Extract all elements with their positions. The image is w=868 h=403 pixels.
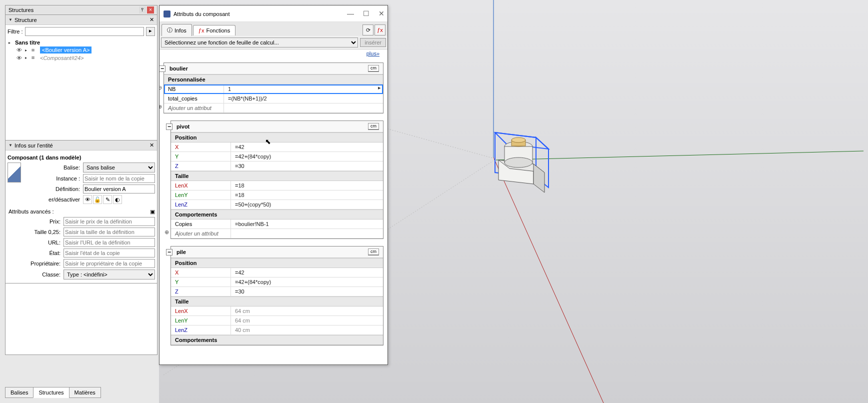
component-header[interactable]: −bouliercm <box>164 63 383 74</box>
instance-label: Instance : <box>27 176 83 182</box>
unit-badge[interactable]: cm <box>368 65 379 72</box>
shadow-toggle-icon[interactable]: ◐ <box>113 195 122 204</box>
attr-value[interactable]: =42 <box>231 268 383 277</box>
close-icon[interactable]: ✕ <box>378 10 384 18</box>
tree-item[interactable]: 👁▸⌗<Boulier version A> <box>6 46 156 54</box>
close-section-icon[interactable]: ✕ <box>150 16 154 23</box>
close-icon[interactable]: × <box>147 6 154 14</box>
unit-badge[interactable]: cm <box>368 248 379 256</box>
pin-icon[interactable]: ⫯ <box>139 6 146 14</box>
attr-value[interactable]: =42+(84*copy) <box>231 152 383 161</box>
attribute-row[interactable]: LenZ=50+(copy*50) <box>171 200 383 210</box>
entity-panel-header[interactable]: ▼ Infos sur l'entité ✕ <box>6 140 157 150</box>
attribute-row[interactable]: total_copies=(NB*(NB+1))/2 <box>164 94 383 104</box>
structures-title: Structures <box>8 7 34 13</box>
attr-value[interactable]: =18 <box>231 181 383 190</box>
attr-value[interactable]: 1 <box>224 84 378 94</box>
attribute-row[interactable]: Y=42+(84*copy) <box>171 152 383 162</box>
attribute-row[interactable]: LenY64 cm <box>171 316 383 326</box>
attr-value[interactable]: =(NB*(NB+1))/2 <box>224 94 383 103</box>
maximize-icon[interactable]: ☐ <box>363 10 370 18</box>
etat-input[interactable] <box>64 248 155 258</box>
collapse-icon[interactable]: − <box>166 124 172 130</box>
attr-value[interactable]: =50+(copy*50) <box>231 200 383 209</box>
attribute-row[interactable]: Z=30 <box>171 162 383 171</box>
prop-input[interactable] <box>64 259 155 268</box>
attribute-row[interactable]: ⊖NB1▸ <box>164 84 383 94</box>
attr-value[interactable]: =30 <box>231 287 383 296</box>
insert-button[interactable]: insérer <box>360 38 386 47</box>
attr-value[interactable]: =42+(84*copy) <box>231 278 383 286</box>
visibility-icon[interactable]: 👁 <box>16 55 24 61</box>
structure-section[interactable]: ▼ Structure ✕ <box>6 15 157 25</box>
visibility-toggle-icon[interactable]: 👁 <box>83 195 92 204</box>
expand-icon[interactable]: ▸ <box>8 40 14 45</box>
structures-panel-header: Structures ⫯ × <box>6 6 157 15</box>
attribute-row[interactable]: X=42 <box>171 142 383 152</box>
attr-value[interactable]: =30 <box>231 162 383 170</box>
filter-options-icon[interactable]: ▸ <box>146 27 155 36</box>
row-handle-icon[interactable]: ⊖ <box>160 84 163 91</box>
attr-value[interactable]: =18 <box>231 190 383 200</box>
plus-link[interactable]: plus» <box>366 50 380 56</box>
add-attribute-row[interactable]: ⊕Ajouter un attribut <box>164 104 383 113</box>
attribute-row[interactable]: LenX64 cm <box>171 306 383 316</box>
add-label: Ajouter un attribut <box>164 104 224 112</box>
minimize-icon[interactable]: — <box>347 10 354 18</box>
attribute-row[interactable]: Z=30 <box>171 287 383 296</box>
tree-item[interactable]: ▸Sans titre <box>6 39 156 46</box>
bottom-tab[interactable]: Structures <box>33 387 69 398</box>
add-icon[interactable]: ⊕ <box>160 104 163 110</box>
balise-label: Balise: <box>27 164 83 170</box>
dropdown-icon[interactable]: ▸ <box>378 84 383 94</box>
section-header: Comportements <box>171 210 383 220</box>
unit-badge[interactable]: cm <box>368 123 379 130</box>
attr-name: Copies <box>171 220 231 228</box>
url-input[interactable] <box>64 238 155 247</box>
tree-item[interactable]: 👁▸⌗<Composant#24> <box>6 54 156 62</box>
attribute-row[interactable]: Copies=boulier!NB-1 <box>171 220 383 229</box>
window-titlebar[interactable]: Attributs du composant — ☐ ✕ <box>160 6 388 22</box>
svg-line-2 <box>494 158 604 403</box>
entity-info-panel: ▼ Infos sur l'entité ✕ Composant (1 dans… <box>5 140 158 284</box>
balise-select[interactable]: Sans balise <box>83 162 155 172</box>
taille-input[interactable] <box>64 228 155 236</box>
tab-infos[interactable]: ⓘInfos <box>162 24 192 36</box>
add-icon[interactable]: ⊕ <box>163 229 170 236</box>
instance-input[interactable] <box>83 174 155 183</box>
attr-value[interactable]: 40 cm <box>231 326 383 334</box>
collapse-icon[interactable]: ▣ <box>150 208 155 215</box>
attr-value[interactable]: 64 cm <box>231 316 383 325</box>
classe-select[interactable]: Type : <indéfini> <box>64 270 155 280</box>
bottom-tab[interactable]: Matières <box>69 387 101 398</box>
add-attribute-row[interactable]: ⊕Ajouter un attribut <box>171 229 383 238</box>
component-header[interactable]: −pilecm <box>171 246 383 258</box>
definition-input[interactable] <box>83 184 155 194</box>
component-header[interactable]: −pivotcm <box>171 121 383 132</box>
attr-value[interactable]: 64 cm <box>231 306 383 316</box>
entity-count: Composant (1 dans modèle) <box>8 152 155 162</box>
collapse-icon[interactable]: − <box>166 249 172 256</box>
function-select[interactable]: Sélectionnez une fonction de feuille de … <box>161 38 358 48</box>
collapse-icon[interactable]: − <box>160 66 166 72</box>
attribute-row[interactable]: LenY=18 <box>171 190 383 200</box>
expand-icon[interactable]: ▸ <box>25 56 30 60</box>
attribute-row[interactable]: Y=42+(84*copy) <box>171 278 383 287</box>
visibility-icon[interactable]: 👁 <box>16 47 24 53</box>
close-section-icon[interactable]: ✕ <box>150 142 154 148</box>
edit-toggle-icon[interactable]: ✎ <box>103 195 112 204</box>
attr-value[interactable]: =42 <box>231 142 383 152</box>
attribute-row[interactable]: LenX=18 <box>171 181 383 190</box>
expand-icon[interactable]: ▸ <box>25 48 30 52</box>
toggle-fx-icon[interactable]: ƒx <box>374 24 386 36</box>
attribute-row[interactable]: X=42 <box>171 268 383 278</box>
tab-fonctions[interactable]: ƒxFonctions <box>193 25 236 36</box>
refresh-icon[interactable]: ⟳ <box>362 24 374 36</box>
prix-input[interactable] <box>64 217 155 226</box>
attr-value[interactable]: =boulier!NB-1 <box>231 220 383 228</box>
attributes-scroll[interactable]: −bouliercmPersonnalisée⊖NB1▸total_copies… <box>160 58 388 356</box>
lock-toggle-icon[interactable]: 🔓 <box>93 195 102 204</box>
attribute-row[interactable]: LenZ40 cm <box>171 326 383 335</box>
bottom-tab[interactable]: Balises <box>5 387 34 398</box>
filter-input[interactable] <box>25 27 144 36</box>
